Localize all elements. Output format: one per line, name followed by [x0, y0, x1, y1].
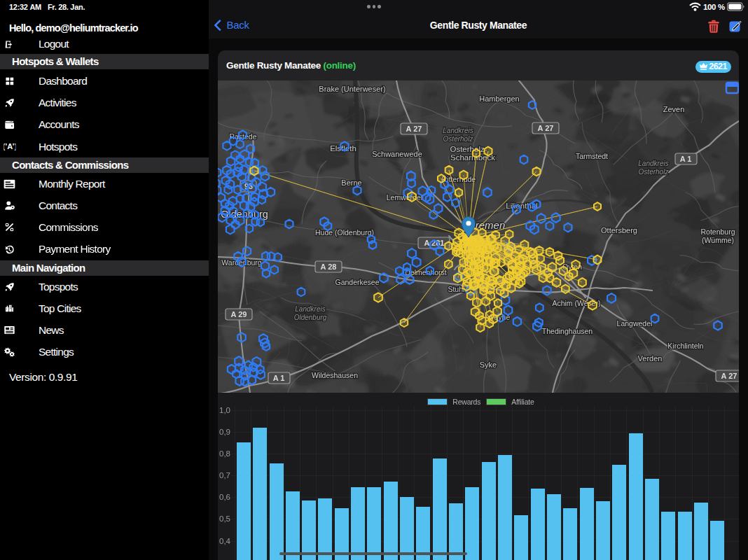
svg-text:A 1: A 1 [680, 155, 692, 163]
svg-text:Langwedel: Langwedel [617, 319, 653, 328]
svg-text:A 27: A 27 [406, 125, 422, 133]
svg-text:A 28: A 28 [321, 262, 337, 271]
svg-text:Berne: Berne [341, 178, 361, 187]
svg-text:Landkreis: Landkreis [443, 127, 473, 134]
svg-text:A 1: A 1 [273, 374, 285, 382]
svg-text:Tarmstedt: Tarmstedt [576, 152, 608, 160]
svg-text:A 29: A 29 [231, 310, 247, 318]
svg-text:Hude (Oldenburg): Hude (Oldenburg) [315, 228, 374, 237]
svg-text:Hambergen: Hambergen [479, 94, 519, 103]
svg-text:Landkreis: Landkreis [295, 305, 325, 313]
svg-text:A 27: A 27 [538, 124, 554, 132]
svg-text:Landkreis: Landkreis [638, 160, 668, 167]
svg-text:(’A’): (’A’) [4, 142, 15, 150]
svg-text:Ganderkesee: Ganderkesee [335, 278, 379, 286]
svg-text:Verden: Verden [638, 354, 663, 363]
svg-text:Kirchlinteln: Kirchlinteln [667, 342, 704, 350]
svg-text:Rotenburg: Rotenburg [700, 227, 735, 236]
svg-text:Syke: Syke [480, 360, 497, 369]
svg-text:Brake (Unterweser): Brake (Unterweser) [319, 85, 385, 93]
svg-text:Osterholz-: Osterholz- [450, 145, 487, 153]
svg-text:Osterholz: Osterholz [443, 135, 473, 143]
svg-text:(Wümme): (Wümme) [702, 236, 734, 244]
svg-text:A 27: A 27 [721, 372, 737, 380]
svg-text:Osterholz: Osterholz [639, 168, 669, 176]
svg-text:Oldenburg: Oldenburg [294, 314, 327, 321]
svg-text:Thedinghausen: Thedinghausen [542, 327, 593, 335]
svg-text:Zeven: Zeven [663, 105, 685, 113]
svg-text:Wildeshausen: Wildeshausen [312, 371, 358, 379]
svg-text:Schwanewede: Schwanewede [372, 150, 422, 158]
svg-text:Ottersberg: Ottersberg [601, 226, 637, 234]
